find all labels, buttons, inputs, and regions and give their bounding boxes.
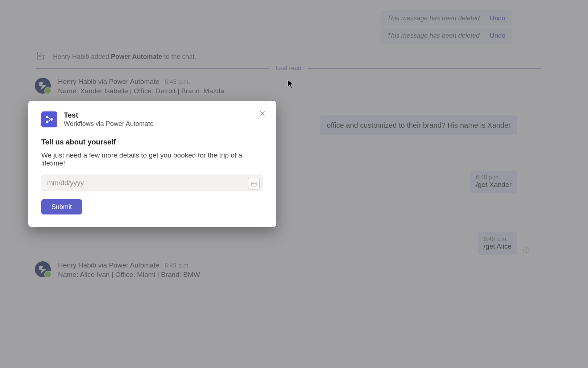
workflows-icon: [41, 111, 57, 127]
svg-rect-7: [252, 182, 256, 186]
card-header: Test Workflows via Power Automate: [41, 111, 263, 128]
submit-button[interactable]: Submit: [41, 199, 82, 214]
svg-point-6: [50, 118, 53, 121]
date-field: [41, 175, 263, 191]
card-description: We just need a few more details to get y…: [41, 151, 263, 167]
mouse-cursor: [287, 79, 295, 91]
chat-area: This message has been deleted Undo This …: [0, 0, 588, 368]
card-subtitle: Workflows via Power Automate: [64, 120, 154, 128]
close-icon: [259, 110, 266, 117]
date-picker-button[interactable]: [248, 178, 260, 189]
svg-point-5: [46, 120, 48, 123]
card-title: Test: [64, 111, 154, 119]
date-input[interactable]: [41, 175, 263, 191]
svg-point-4: [46, 116, 48, 118]
calendar-icon: [251, 181, 257, 187]
adaptive-card-modal: Test Workflows via Power Automate Tell u…: [28, 101, 276, 227]
card-heading: Tell us about yourself: [41, 138, 263, 146]
close-button[interactable]: [257, 108, 268, 118]
